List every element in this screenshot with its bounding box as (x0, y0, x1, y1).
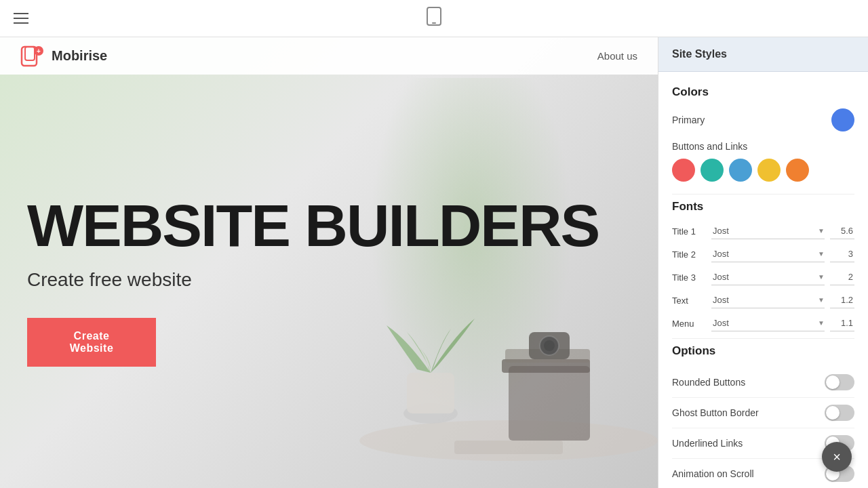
font-row-text: Text Jost ▼ (672, 292, 854, 308)
rounded-buttons-toggle[interactable] (825, 374, 854, 390)
font-arrow-text: ▼ (818, 296, 825, 304)
font-size-title3[interactable] (830, 269, 854, 285)
font-select-text[interactable]: Jost ▼ (711, 292, 825, 308)
right-panel: Site Styles Colors Primary Buttons and L… (658, 37, 868, 488)
close-panel-button[interactable]: × (822, 442, 852, 472)
option-label-ghost-button-border: Ghost Button Border (672, 407, 759, 418)
device-preview-icon[interactable] (427, 7, 441, 30)
option-label-animation-on-scroll: Animation on Scroll (672, 468, 754, 479)
font-arrow-menu: ▼ (818, 319, 825, 327)
option-label-underlined-links: Underlined Links (672, 438, 743, 449)
font-row-title3: Title 3 Jost ▼ (672, 269, 854, 285)
font-size-menu[interactable] (830, 315, 854, 331)
font-select-title2[interactable]: Jost ▼ (711, 246, 825, 262)
option-row-rounded-buttons: Rounded Buttons (672, 367, 854, 398)
primary-color-label: Primary (672, 115, 705, 125)
panel-body: Colors Primary Buttons and Links Fonts T… (658, 72, 868, 488)
preview-nav-link[interactable]: About us (597, 50, 637, 62)
font-label-menu: Menu (672, 319, 706, 329)
hero-title: WEBSITE BUILDERS (27, 196, 631, 256)
color-swatch-teal[interactable] (701, 159, 724, 182)
panel-header: Site Styles (658, 37, 868, 72)
preview-logo: + Mobirise (20, 44, 107, 68)
logo-icon: + (20, 44, 45, 68)
font-size-title2[interactable] (830, 246, 854, 262)
divider-colors-fonts (672, 194, 854, 195)
fonts-section-title: Fonts (672, 200, 854, 214)
colors-section-title: Colors (672, 85, 854, 99)
color-swatch-blue[interactable] (729, 159, 752, 182)
primary-color-swatch[interactable] (831, 108, 854, 131)
font-name-title3: Jost (711, 269, 818, 285)
font-name-text: Jost (711, 292, 818, 308)
logo-text: Mobirise (52, 48, 107, 64)
font-arrow-title3: ▼ (818, 273, 825, 281)
font-row-menu: Menu Jost ▼ (672, 315, 854, 331)
svg-rect-13 (25, 47, 35, 60)
hero-content: WEBSITE BUILDERS Create free website Cre… (0, 37, 658, 488)
font-size-title1[interactable] (830, 223, 854, 239)
font-label-title3: Title 3 (672, 272, 706, 283)
svg-rect-1 (432, 22, 436, 24)
primary-color-row: Primary (672, 108, 854, 131)
main-area: + Mobirise About us WEBSITE BUILDERS Cre… (0, 37, 868, 488)
ghost-button-border-toggle[interactable] (825, 405, 854, 421)
font-label-title2: Title 2 (672, 249, 706, 260)
font-label-text: Text (672, 296, 706, 306)
font-select-title3[interactable]: Jost ▼ (711, 269, 825, 285)
top-bar-left (14, 13, 28, 24)
divider-fonts-options (672, 338, 854, 339)
top-bar-center (427, 7, 441, 30)
font-size-text[interactable] (830, 292, 854, 308)
preview-nav: + Mobirise About us (0, 37, 658, 75)
top-bar (0, 0, 868, 37)
option-label-rounded-buttons: Rounded Buttons (672, 377, 745, 388)
font-arrow-title1: ▼ (818, 227, 825, 235)
create-website-button[interactable]: Create Website (27, 318, 156, 367)
hero-subtitle: Create free website (27, 269, 631, 291)
color-swatch-orange[interactable] (786, 159, 809, 182)
hamburger-menu-button[interactable] (14, 13, 28, 24)
font-arrow-title2: ▼ (818, 250, 825, 258)
font-label-title1: Title 1 (672, 226, 706, 237)
options-section-title: Options (672, 344, 854, 358)
font-name-menu: Jost (711, 315, 818, 331)
font-name-title1: Jost (711, 223, 818, 239)
color-options-row (672, 159, 854, 182)
font-name-title2: Jost (711, 246, 818, 262)
font-row-title2: Title 2 Jost ▼ (672, 246, 854, 262)
font-select-menu[interactable]: Jost ▼ (711, 315, 825, 331)
buttons-links-label: Buttons and Links (672, 141, 854, 152)
option-row-ghost-button-border: Ghost Button Border (672, 398, 854, 428)
color-swatch-yellow[interactable] (757, 159, 781, 182)
svg-text:+: + (37, 47, 41, 55)
color-swatch-red[interactable] (672, 159, 695, 182)
font-select-title1[interactable]: Jost ▼ (711, 223, 825, 239)
website-preview: + Mobirise About us WEBSITE BUILDERS Cre… (0, 37, 658, 488)
fonts-section: Fonts Title 1 Jost ▼ Title 2 Jost ▼ (672, 200, 854, 331)
font-row-title1: Title 1 Jost ▼ (672, 223, 854, 239)
